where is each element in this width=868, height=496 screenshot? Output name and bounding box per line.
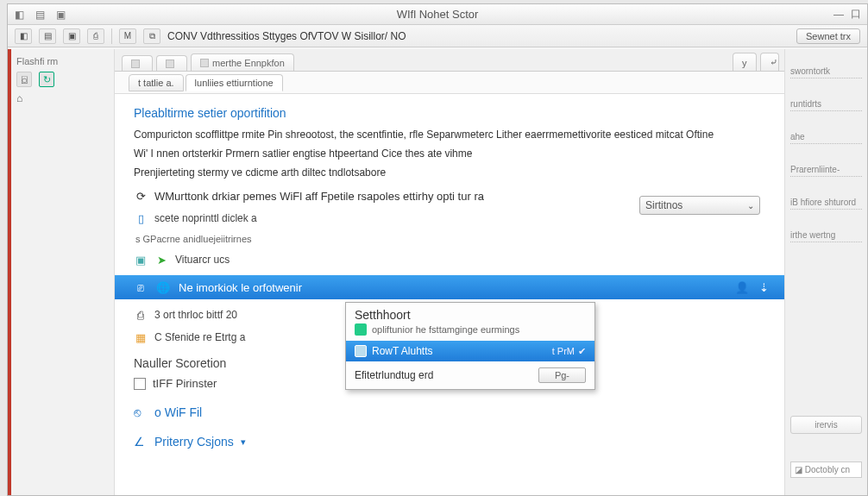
network-icon: ⎚: [134, 280, 148, 294]
sys-icon: ◧: [13, 9, 25, 21]
main-column: merthe Ennpkfon y ⤶ t tatlie a. lunliies…: [115, 49, 784, 495]
side-button[interactable]: irervis: [790, 416, 862, 434]
doc-icon: ▯: [134, 211, 148, 225]
popup-title: Setthhoort: [346, 303, 594, 323]
popup-selected-item[interactable]: RowT Aluhtts t PrM ✔: [346, 341, 594, 361]
left-rail: Flashfi rm ⌼ ↻ ⌂: [11, 49, 115, 495]
wifi-icon: ⎋: [134, 405, 148, 419]
rail-icon-disk[interactable]: ⌼: [16, 72, 32, 87]
popup-subtitle-row: opliftunior he fsttamginge eurmings: [346, 323, 594, 341]
printer-icon: ⎙: [134, 308, 148, 322]
checkbox[interactable]: [134, 378, 146, 390]
hint-6[interactable]: irthe wertng: [790, 230, 862, 242]
check-icon: ✔: [578, 346, 586, 357]
popup-action-row: Efitetrlundtug erd Pg-: [346, 361, 594, 389]
title-bar: ◧ ▤ ▣ WIfl Nohet Sctor — 口: [8, 4, 867, 25]
rail-icon-refresh[interactable]: ↻: [39, 72, 54, 87]
side-footer[interactable]: ◪ Doctobly cn: [790, 461, 862, 478]
left-rail-label: Flashfi rm: [16, 56, 109, 66]
hint-1[interactable]: sworntortk: [790, 66, 862, 78]
toolbar-action-button[interactable]: Sewnet trx: [796, 28, 860, 44]
option-row-3[interactable]: ▣ ➤ Vituarcr ucs: [134, 253, 765, 267]
signal-icon: ⇣: [759, 281, 769, 294]
sys-icon-3: ▣: [54, 9, 66, 21]
page-heading: Pleabltirme setier oportifition: [134, 106, 765, 120]
combobox-value: Sirtitnos: [645, 199, 682, 211]
description-line-1: Compuricton scofflittpe rmite Pin shreoo…: [134, 127, 765, 142]
dropdown-caret-icon: ▾: [241, 436, 246, 448]
toolbar-btn-1[interactable]: ◧: [15, 28, 32, 44]
link-printers[interactable]: ∠ Priterry Csjons ▾: [134, 435, 765, 449]
hint-3[interactable]: ahe: [790, 132, 862, 144]
tab-1[interactable]: [122, 55, 153, 71]
selected-network-row[interactable]: ⎚ 🌐 Ne imorkiok le orfotwenir 👤 ⇣: [115, 275, 784, 299]
settings-popup: Setthhoort opliftunior he fsttamginge eu…: [345, 302, 595, 390]
popup-status-icon: [355, 323, 367, 336]
toolbar-btn-4[interactable]: ⎙: [87, 28, 104, 44]
description-line-2: Wi' I nnen ortsterkir Prmern satlier eng…: [134, 146, 765, 161]
popup-field-label: t PrM ✔: [552, 346, 586, 357]
popup-row-label: Efitetrlundtug erd: [355, 369, 433, 381]
hint-2[interactable]: runtidrts: [790, 99, 862, 111]
checkbox-label: tIFF Pirinster: [153, 377, 217, 390]
minimize-button[interactable]: —: [833, 9, 845, 21]
chevron-icon: ∠: [134, 435, 148, 449]
sub-tab-2[interactable]: lunliies ettiurntione: [186, 74, 283, 91]
tab-2[interactable]: [156, 55, 187, 71]
send-icon: ▦: [134, 330, 148, 344]
sub-tabs: t tatlie a. lunliies ettiurntione: [115, 72, 784, 94]
close-button[interactable]: 口: [850, 9, 862, 21]
link-wifi[interactable]: ⎋ o WiF Fil: [134, 405, 765, 419]
chevron-down-icon: ⌄: [747, 201, 754, 210]
tabs-strip: merthe Ennpkfon y ⤶: [115, 49, 784, 72]
tab-scroll-right[interactable]: ⤶: [760, 53, 779, 71]
description-line-3: Prenjierteting stermy ve cdicme arth dil…: [134, 165, 765, 180]
folder-icon: ▣: [134, 253, 148, 267]
app-window: ◧ ▤ ▣ WIfl Nohet Sctor — 口 ◧ ▤ ▣ ⎙ M ⧉ C…: [7, 3, 868, 496]
toolbar-btn-3[interactable]: ▣: [63, 28, 80, 44]
right-hints-column: sworntortk runtidrts ahe Prarernliinte- …: [784, 49, 867, 495]
popup-item-icon: [355, 345, 367, 357]
hint-4[interactable]: Prarernliinte-: [790, 165, 862, 177]
sys-icon-2: ▤: [34, 9, 46, 21]
arrow-icon: ➤: [154, 253, 168, 267]
hint-5[interactable]: iB hfiore shturord: [790, 198, 862, 210]
content-pane: Pleabltirme setier oportifition Compuric…: [115, 94, 784, 495]
selected-network-label: Ne imorkiok le orfotwenir: [179, 281, 302, 294]
rail-icon-home[interactable]: ⌂: [16, 92, 22, 104]
tab-scroll-left[interactable]: y: [733, 53, 757, 71]
refresh-icon: ⟳: [134, 189, 148, 203]
toolbar: ◧ ▤ ▣ ⎙ M ⧉ CONV Vdthressitios Sttyges O…: [8, 25, 867, 47]
mode-combobox[interactable]: Sirtitnos ⌄: [639, 196, 760, 215]
toolbar-btn-5[interactable]: M: [119, 28, 136, 44]
sub-label: s GPacrne anidluejeiitrirnes: [135, 234, 765, 244]
tab-3[interactable]: merthe Ennpkfon: [191, 53, 294, 71]
popup-button[interactable]: Pg-: [538, 367, 586, 383]
globe-icon: 🌐: [156, 280, 170, 294]
toolbar-separator: [111, 28, 112, 44]
breadcrumb: CONV Vdthressitios Sttyges OfVTOV W Sisi…: [167, 30, 406, 42]
toolbar-btn-2[interactable]: ▤: [39, 28, 56, 44]
toolbar-btn-6[interactable]: ⧉: [143, 28, 160, 44]
window-title: WIfl Nohet Sctor: [397, 8, 479, 21]
sub-tab-1[interactable]: t tatlie a.: [129, 74, 184, 91]
user-icon: 👤: [735, 281, 749, 294]
